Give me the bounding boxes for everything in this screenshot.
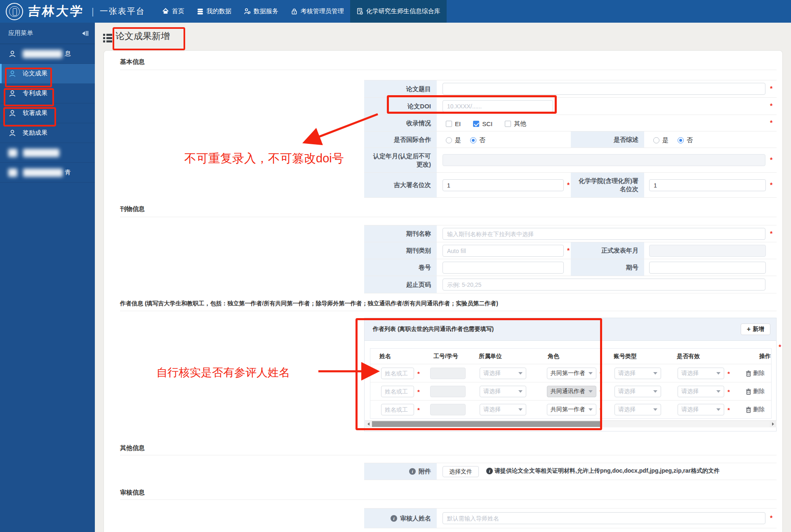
- reviewer-label: 审核人姓名: [400, 514, 431, 523]
- author-name-input[interactable]: [381, 404, 414, 415]
- col-header-valid: 是否有效: [677, 353, 700, 360]
- sidebar-item-redacted-2[interactable]: [0, 143, 95, 163]
- sidebar-item-label: 论文成果: [23, 70, 47, 77]
- author-unit-select[interactable]: 请选择: [480, 386, 526, 397]
- author-valid-select[interactable]: 请选择: [678, 404, 724, 415]
- nav-item-label: 考核管理员管理: [301, 7, 344, 15]
- radio-intl-no[interactable]: 否: [470, 136, 485, 144]
- author-valid-select[interactable]: 请选择: [678, 386, 724, 397]
- journal-name-input[interactable]: [443, 228, 765, 240]
- sidebar-item-label: 专利成果: [23, 89, 47, 97]
- issue-input[interactable]: [649, 262, 766, 274]
- radio-icon[interactable]: [446, 137, 452, 143]
- jlu-rank-input[interactable]: [443, 179, 564, 191]
- scroll-left-button[interactable]: [365, 421, 372, 427]
- sidebar-item-redacted-3[interactable]: 青: [0, 163, 95, 183]
- sidebar-item-label: 奖励成果: [23, 129, 47, 137]
- sidebar-header: 应用菜单: [0, 23, 95, 44]
- nav-item-admin[interactable]: 考核管理员管理: [285, 0, 350, 23]
- horizontal-scrollbar[interactable]: [365, 420, 777, 427]
- choose-file-button[interactable]: 选择文件: [443, 466, 479, 477]
- basic-info-table: 论文题目 * 论文DOI * 收录情况 EI SCI 其他 *: [364, 80, 777, 198]
- user-icon: [8, 89, 16, 98]
- doi-input[interactable]: [443, 100, 553, 112]
- sidebar-collapse-icon[interactable]: [82, 31, 88, 36]
- pages-input[interactable]: [443, 279, 765, 291]
- nav-item-my-data[interactable]: 我的数据: [191, 0, 238, 23]
- chevron-down-icon: [716, 408, 720, 411]
- scrollbar-thumb[interactable]: [372, 421, 600, 427]
- scroll-right-button[interactable]: [770, 421, 777, 427]
- add-author-button[interactable]: +新增: [741, 323, 770, 335]
- delete-author-button[interactable]: 删除: [746, 406, 765, 413]
- checkbox-icon[interactable]: [505, 121, 511, 127]
- volume-label: 卷号: [419, 263, 431, 272]
- checkbox-ei[interactable]: EI: [446, 120, 461, 127]
- radio-selected-icon[interactable]: [470, 137, 476, 143]
- required-asterisk: *: [600, 388, 602, 395]
- paper-title-input[interactable]: [443, 83, 765, 95]
- sidebar-item-award-results[interactable]: 奖励成果: [0, 123, 95, 143]
- checkbox-sci[interactable]: SCI: [473, 120, 492, 127]
- pub-month-input[interactable]: [649, 245, 766, 257]
- checkbox-checked-icon[interactable]: [473, 121, 479, 127]
- section-title-review: 审核信息: [120, 489, 145, 497]
- required-asterisk: *: [727, 406, 730, 413]
- sidebar-item-software-results[interactable]: 软著成果: [0, 103, 95, 123]
- info-icon: i: [486, 468, 493, 474]
- author-name-input[interactable]: [381, 386, 414, 397]
- scroll-right-icon: [772, 422, 774, 426]
- chem-rank-input[interactable]: [649, 179, 766, 191]
- author-role-select[interactable]: 共同第一作者: [547, 368, 596, 379]
- sidebar-item-suffix: 息: [65, 50, 71, 58]
- section-title-journal: 刊物信息: [120, 205, 145, 213]
- confirm-month-input[interactable]: [443, 154, 765, 166]
- delete-author-button[interactable]: 删除: [746, 370, 765, 377]
- sidebar-item-redacted-1[interactable]: 息: [0, 44, 95, 64]
- sidebar-item-suffix: 青: [65, 169, 71, 176]
- author-valid-select[interactable]: 请选择: [678, 368, 724, 379]
- form-row-intl-survey: 是否国际合作 是 否 是否综述 是 否: [364, 131, 777, 148]
- chem-rank-label-line1: 化学学院(含理化所)署: [579, 177, 638, 185]
- reviewer-input[interactable]: [443, 512, 765, 524]
- author-unit-select[interactable]: 请选择: [480, 404, 526, 415]
- author-account-type-select[interactable]: 请选择: [614, 386, 661, 397]
- chevron-down-icon: [589, 408, 593, 411]
- form-row-paper-title: 论文题目 *: [364, 80, 777, 98]
- redacted-icon: [8, 149, 17, 157]
- sidebar-item-patent-results[interactable]: 专利成果: [0, 84, 95, 103]
- col-header-role: 角色: [548, 353, 559, 360]
- radio-survey-yes[interactable]: 是: [653, 136, 669, 144]
- col-header-account-type: 账号类型: [614, 353, 637, 360]
- indexed-label: 收录情况: [406, 119, 431, 127]
- author-id-input[interactable]: [430, 404, 466, 415]
- author-name-input[interactable]: [381, 368, 414, 379]
- radio-icon[interactable]: [653, 137, 659, 143]
- checkbox-other[interactable]: 其他: [505, 120, 526, 128]
- author-account-type-select[interactable]: 请选择: [614, 404, 661, 415]
- required-asterisk: *: [770, 157, 772, 164]
- author-role-select[interactable]: 共同第一作者: [547, 404, 596, 415]
- checkbox-icon[interactable]: [446, 121, 452, 127]
- review-info-table: i审核人姓名 *: [364, 508, 777, 528]
- chevron-down-icon: [589, 390, 593, 393]
- nav-item-chemistry-db[interactable]: 化学研究生师生信息综合库: [350, 0, 447, 23]
- attachment-note: i 请提供论文全文等相关证明材料,允许上传png,doc,docx,pdf,jp…: [486, 467, 720, 475]
- volume-input[interactable]: [443, 262, 564, 274]
- journal-info-table: 期刊名称 * 期刊类别 * 正式发表年月 卷号 期号 起止页码: [364, 225, 777, 293]
- delete-author-button[interactable]: 删除: [746, 388, 765, 395]
- author-unit-select[interactable]: 请选择: [480, 368, 526, 379]
- section-divider: [120, 217, 777, 217]
- author-account-type-select[interactable]: 请选择: [614, 368, 661, 379]
- checkbox-label: EI: [455, 120, 461, 127]
- author-role-select[interactable]: 共同通讯作者: [547, 386, 596, 397]
- journal-type-input[interactable]: [443, 245, 564, 257]
- radio-survey-no[interactable]: 否: [678, 136, 693, 144]
- radio-selected-icon[interactable]: [678, 137, 684, 143]
- radio-intl-yes[interactable]: 是: [446, 136, 461, 144]
- author-id-input[interactable]: [430, 386, 466, 397]
- author-id-input[interactable]: [430, 368, 466, 379]
- nav-item-home[interactable]: 首页: [156, 0, 191, 23]
- sidebar-item-paper-results[interactable]: 论文成果: [0, 64, 95, 84]
- nav-item-data-service[interactable]: 数据服务: [238, 0, 285, 23]
